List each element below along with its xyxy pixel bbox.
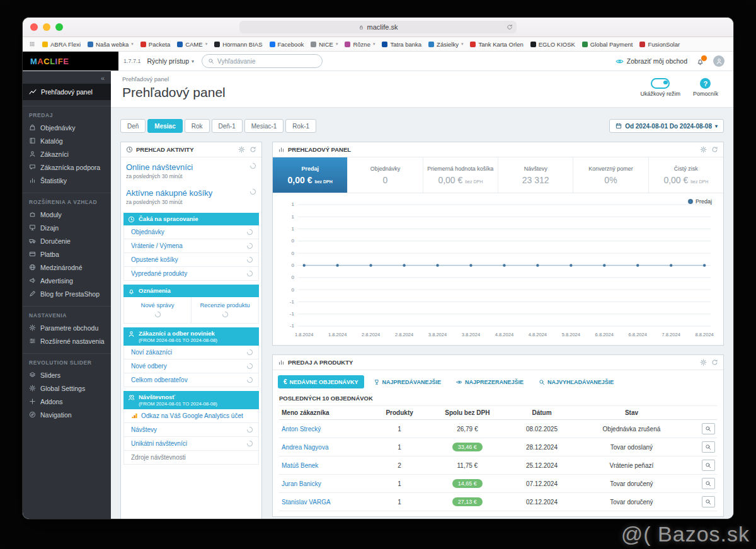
activity-link[interactable]: Vrátenie / Výmena <box>124 239 258 253</box>
range-button[interactable]: Deň <box>120 119 146 133</box>
activity-link[interactable]: Unikátni návštevníci <box>124 437 258 451</box>
panel-refresh-icon[interactable] <box>249 146 256 153</box>
help-button[interactable]: ? Pomocník <box>693 78 718 97</box>
demo-mode-toggle[interactable]: Ukážkový režim <box>640 78 680 97</box>
date-range-picker[interactable]: Od 2024-08-01 Do 2024-08-08 ▾ <box>609 119 724 133</box>
customer-link[interactable]: Stanislav VARGA <box>279 499 371 506</box>
bookmark-item[interactable]: Hörmann BIAS <box>214 41 262 48</box>
range-button[interactable]: Rok-1 <box>285 119 316 133</box>
bookmark-item[interactable]: Tatra banka <box>382 41 421 48</box>
customer-link[interactable]: Andrea Nagyova <box>279 444 371 451</box>
sidebar-item[interactable]: Addons <box>23 395 111 408</box>
range-button[interactable]: Mesiac-1 <box>244 119 284 133</box>
quick-access-menu[interactable]: Rýchly prístup ▾ <box>147 57 195 65</box>
sidebar-item[interactable]: Objednávky <box>23 121 111 134</box>
close-window-button[interactable] <box>30 23 38 31</box>
activity-link[interactable]: Noví zákazníci <box>124 346 258 359</box>
zoom-window-button[interactable] <box>55 23 63 31</box>
bookmark-item[interactable]: Facebook <box>270 41 304 48</box>
view-order-button[interactable] <box>702 423 715 434</box>
kpi-box[interactable]: Objednávky0 <box>348 157 423 193</box>
online-visitors-link[interactable]: Online návštevníci za posledných 30 minú… <box>121 157 261 183</box>
sidebar-item[interactable]: Navigation <box>23 408 111 421</box>
kpi-box[interactable]: Predaj0,00 € bez DPH <box>273 157 348 193</box>
products-tab[interactable]: NAJVYHĽADÁVANEJŠIE <box>533 376 619 388</box>
activity-link[interactable]: Objednávky <box>124 225 258 239</box>
sidebar-item[interactable]: Zákaznícka podpora <box>23 161 111 174</box>
activity-section-header[interactable]: Oznámenia <box>123 285 259 297</box>
favorites-grid-icon[interactable] <box>29 41 35 47</box>
activity-link[interactable]: Vypredané produkty <box>124 267 258 280</box>
sidebar-item[interactable]: Moduly <box>23 208 111 221</box>
activity-link[interactable]: Návštevy <box>124 423 258 437</box>
activity-section-header[interactable]: Čaká na spracovanie <box>123 213 259 225</box>
active-carts-link[interactable]: Aktívne nákupné košíky za posledných 30 … <box>121 183 261 209</box>
customer-link[interactable]: Juran Banicky <box>279 480 371 487</box>
range-button[interactable]: Mesiac <box>147 119 182 133</box>
sidebar-collapse-button[interactable]: « <box>23 71 111 84</box>
truck-icon <box>29 237 36 244</box>
bookmark-item[interactable]: ABRA Flexi <box>42 41 81 48</box>
sidebar-item[interactable]: Štatistiky <box>23 174 111 187</box>
activity-link[interactable]: Nové správy <box>124 297 191 323</box>
customer-link[interactable]: Matúš Benek <box>279 462 371 469</box>
kpi-box[interactable]: Konverzný pomer0% <box>573 157 648 193</box>
sidebar-item[interactable]: Platba <box>23 247 111 261</box>
kpi-box[interactable]: Návštevy23 312 <box>498 157 573 193</box>
range-button[interactable]: Rok <box>185 119 210 133</box>
bookmark-item[interactable]: Naša webka▾ <box>88 41 134 48</box>
products-tab[interactable]: NAJPREDÁVANEJŠIE <box>368 376 447 388</box>
view-shop-link[interactable]: Zobraziť môj obchod <box>616 57 687 65</box>
panel-settings-icon[interactable] <box>238 146 245 153</box>
bookmark-item[interactable]: Global Payment <box>582 41 633 48</box>
address-bar[interactable]: maclife.sk <box>239 21 517 33</box>
view-order-button[interactable] <box>702 496 715 507</box>
bookmark-item[interactable]: CAME▾ <box>177 41 207 48</box>
view-order-button[interactable] <box>702 478 715 489</box>
reload-icon[interactable] <box>507 24 513 30</box>
bookmark-item[interactable]: EGLO KIOSK <box>530 41 575 48</box>
activity-link[interactable]: Recenzie produktu <box>191 297 258 323</box>
minimize-window-button[interactable] <box>43 23 50 31</box>
panel-settings-icon[interactable] <box>700 359 707 366</box>
bookmark-item[interactable]: Zásielky▾ <box>428 41 463 48</box>
sidebar-item-dashboard[interactable]: Prehľadový panel <box>23 84 111 100</box>
sidebar-item[interactable]: Sliders <box>23 368 111 382</box>
sidebar-item[interactable]: Global Settings <box>23 382 111 395</box>
view-order-button[interactable] <box>702 460 715 471</box>
range-button[interactable]: Deň-1 <box>212 119 243 133</box>
bookmark-item[interactable]: NICE▾ <box>311 41 338 48</box>
bookmark-item[interactable]: Rôzne▾ <box>345 41 375 48</box>
sidebar-item[interactable]: Parametre obchodu <box>23 321 111 334</box>
activity-link[interactable]: Celkom odberateľov <box>124 373 258 387</box>
products-tab[interactable]: €NEDÁVNE OBJEDNÁVKY <box>278 375 364 388</box>
kpi-box[interactable]: Priemerná hodnota košíka0,00 € bez DPH <box>423 157 498 193</box>
sidebar-item[interactable]: Blog for PrestaShop <box>23 287 111 300</box>
admin-search-input[interactable]: Vyhľadávanie <box>202 54 323 68</box>
panel-refresh-icon[interactable] <box>711 359 718 366</box>
panel-settings-icon[interactable] <box>700 146 707 153</box>
products-tab[interactable]: NAJPREZERANEJŠIE <box>450 376 529 388</box>
panel-refresh-icon[interactable] <box>711 146 718 153</box>
bookmark-item[interactable]: Packeta <box>140 41 170 48</box>
notifications-button[interactable] <box>696 57 704 65</box>
sidebar-item[interactable]: Medzinárodné <box>23 261 111 274</box>
activity-section-header[interactable]: Zákazníci a odber noviniek(FROM 2024-08-… <box>123 327 259 346</box>
activity-section-header[interactable]: Návštevnosť(FROM 2024-08-01 TO 2024-08-0… <box>123 391 259 409</box>
google-analytics-link[interactable]: Odkaz na Váš Google Analytics účet <box>124 409 258 423</box>
shop-logo[interactable]: MACLIFE <box>23 52 118 71</box>
sidebar-item[interactable]: Zákazníci <box>23 147 111 161</box>
sidebar-item[interactable]: Advertising <box>23 274 111 287</box>
activity-link[interactable]: Nové odbery <box>124 359 258 373</box>
sidebar-item[interactable]: Rozšírené nastavenia <box>23 334 111 348</box>
view-order-button[interactable] <box>702 441 715 453</box>
sidebar-item[interactable]: Doručenie <box>23 234 111 247</box>
bookmark-item[interactable]: Tank Karta Orlen <box>470 41 523 48</box>
sidebar-item[interactable]: Dizajn <box>23 221 111 234</box>
activity-link[interactable]: Opustené košíky <box>124 253 258 267</box>
customer-link[interactable]: Anton Strecký <box>279 426 371 433</box>
sidebar-item[interactable]: Katalóg <box>23 134 111 147</box>
kpi-box[interactable]: Čistý zisk0,00 € bez DPH <box>649 157 723 193</box>
bookmark-item[interactable]: FusionSolar <box>639 41 680 48</box>
avatar[interactable] <box>713 55 724 67</box>
